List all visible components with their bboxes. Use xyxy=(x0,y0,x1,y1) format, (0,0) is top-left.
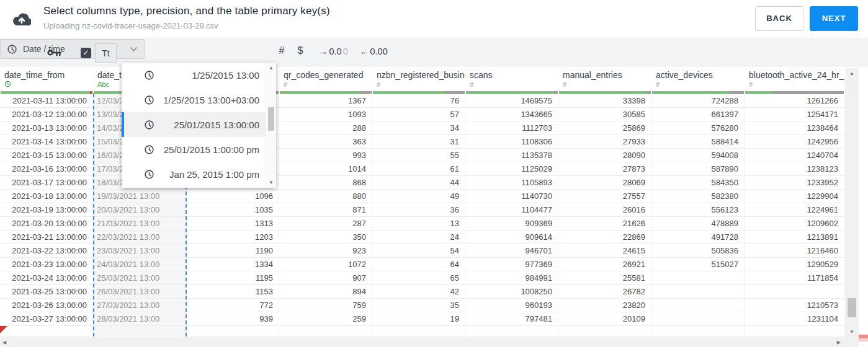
table-cell[interactable]: 1290529 xyxy=(745,258,844,271)
table-cell[interactable]: 939 xyxy=(186,312,279,326)
table-cell[interactable]: 1261266 xyxy=(745,94,844,108)
table-cell[interactable]: 26782 xyxy=(558,285,651,299)
table-cell[interactable]: 35 xyxy=(372,299,465,312)
table-cell[interactable]: 772 xyxy=(186,299,279,312)
table-cell[interactable]: 2021-03-21 13:00:00 xyxy=(0,231,93,244)
table-cell[interactable]: 2021-03-25 13:00:00 xyxy=(0,285,93,299)
table-cell[interactable]: 1035 xyxy=(186,203,279,217)
table-cell[interactable]: 1195 xyxy=(186,271,279,285)
column-header[interactable]: nzbn_registered_busine# xyxy=(372,67,465,94)
table-cell[interactable]: 1231104 xyxy=(745,312,844,326)
table-cell[interactable]: 1125029 xyxy=(465,162,558,176)
table-cell[interactable]: 2021-03-12 13:00:00 xyxy=(0,108,93,121)
table-cell[interactable]: 27873 xyxy=(558,162,651,176)
table-cell[interactable]: 26/03/2021 13:00 xyxy=(93,285,186,299)
table-cell[interactable]: 25581 xyxy=(558,271,651,285)
table-cell[interactable]: 984991 xyxy=(465,271,558,285)
table-cell[interactable]: 1112703 xyxy=(465,121,558,135)
table-cell[interactable]: 49 xyxy=(372,190,465,203)
column-header[interactable]: bluetooth_active_24_hr_# xyxy=(745,67,844,94)
table-cell[interactable]: 909614 xyxy=(465,231,558,244)
column-header[interactable]: date_time_from xyxy=(0,67,93,94)
table-cell[interactable]: 1072 xyxy=(279,258,372,271)
dropdown-item[interactable]: 1/25/2015 13:00 xyxy=(122,63,266,87)
table-cell[interactable]: 2021-03-14 13:00:00 xyxy=(0,135,93,149)
table-cell[interactable]: 759 xyxy=(279,299,372,312)
table-cell[interactable]: 363 xyxy=(279,135,372,149)
table-cell[interactable]: 76 xyxy=(372,94,465,108)
table-cell[interactable]: 1135378 xyxy=(465,149,558,162)
table-cell[interactable]: 2021-03-15 13:00:00 xyxy=(0,149,93,162)
table-cell[interactable]: 515027 xyxy=(651,258,745,271)
dropdown-scrollbar[interactable]: ▲ ▼ xyxy=(266,63,276,188)
table-cell[interactable]: 1093 xyxy=(279,108,372,121)
table-cell[interactable]: 1367 xyxy=(279,94,372,108)
table-cell[interactable]: 1343665 xyxy=(465,108,558,121)
table-cell[interactable]: 22/03/2021 13:00 xyxy=(93,231,186,244)
table-cell[interactable]: 1254171 xyxy=(745,108,844,121)
text-type-button[interactable]: Tt xyxy=(95,43,117,63)
table-cell[interactable]: 594008 xyxy=(651,149,745,162)
table-cell[interactable]: 2021-03-24 13:00:00 xyxy=(0,271,93,285)
table-cell[interactable]: 1224961 xyxy=(745,203,844,217)
table-cell[interactable]: 20109 xyxy=(558,312,651,326)
table-cell[interactable]: 1238464 xyxy=(745,121,844,135)
table-cell[interactable]: 1014 xyxy=(279,162,372,176)
table-cell[interactable]: 588414 xyxy=(651,135,745,149)
table-cell[interactable]: 1209602 xyxy=(745,217,844,231)
table-cell[interactable]: 2021-03-19 13:00:00 xyxy=(0,203,93,217)
table-cell[interactable]: 44 xyxy=(372,176,465,190)
table-cell[interactable]: 2021-03-23 13:00:00 xyxy=(0,258,93,271)
vertical-scrollbar[interactable]: ▲ ▼ xyxy=(845,68,859,337)
table-cell[interactable]: 1238123 xyxy=(745,162,844,176)
table-cell[interactable]: 977369 xyxy=(465,258,558,271)
table-cell[interactable] xyxy=(186,326,279,336)
table-cell[interactable]: 797481 xyxy=(465,312,558,326)
table-cell[interactable] xyxy=(465,326,558,336)
table-cell[interactable]: 868 xyxy=(279,176,372,190)
scroll-down-icon[interactable]: ▼ xyxy=(845,329,859,335)
table-cell[interactable]: 1216460 xyxy=(745,244,844,258)
increase-precision-button[interactable]: →0.00 xyxy=(319,46,348,56)
table-cell[interactable]: 350 xyxy=(279,231,372,244)
table-cell[interactable]: 33398 xyxy=(558,94,651,108)
dropdown-item[interactable]: 25/01/2015 13:00:00 xyxy=(122,112,266,137)
table-cell[interactable]: 28/03/2021 13:00 xyxy=(93,312,186,326)
table-cell[interactable] xyxy=(745,326,844,336)
table-cell[interactable]: 946701 xyxy=(465,244,558,258)
table-cell[interactable] xyxy=(745,285,844,299)
table-cell[interactable]: 724288 xyxy=(651,94,745,108)
table-cell[interactable]: 478889 xyxy=(651,217,745,231)
table-cell[interactable]: 1210573 xyxy=(745,299,844,312)
table-cell[interactable]: 36 xyxy=(372,203,465,217)
table-cell[interactable]: 1233952 xyxy=(745,176,844,190)
table-cell[interactable]: 993 xyxy=(279,149,372,162)
table-cell[interactable]: 1140730 xyxy=(465,190,558,203)
table-cell[interactable]: 23820 xyxy=(558,299,651,312)
table-cell[interactable]: 1334 xyxy=(186,258,279,271)
dropdown-scroll-thumb[interactable] xyxy=(268,107,274,131)
currency-type-button[interactable]: $ xyxy=(293,45,308,56)
table-cell[interactable]: 505836 xyxy=(651,244,745,258)
table-cell[interactable]: 1469575 xyxy=(465,94,558,108)
table-cell[interactable]: 1008250 xyxy=(465,285,558,299)
horizontal-scrollbar[interactable]: ◀ ▶ xyxy=(0,337,844,347)
table-cell[interactable]: 28090 xyxy=(558,149,651,162)
table-cell[interactable]: 55 xyxy=(372,149,465,162)
dropdown-item[interactable]: 1/25/2015 13:00+03:00 xyxy=(122,87,266,112)
column-header[interactable]: scans# xyxy=(465,67,558,94)
table-cell[interactable]: 2021-03-16 13:00:00 xyxy=(0,162,93,176)
table-cell[interactable] xyxy=(651,326,745,336)
scroll-right-icon[interactable]: ▶ xyxy=(837,340,841,345)
table-cell[interactable]: 24 xyxy=(372,231,465,244)
table-cell[interactable] xyxy=(558,326,651,336)
table-cell[interactable] xyxy=(651,271,745,285)
table-cell[interactable]: 20/03/2021 13:00 xyxy=(93,203,186,217)
table-cell[interactable]: 2021-03-11 13:00:00 xyxy=(0,94,93,108)
table-cell[interactable]: 894 xyxy=(279,285,372,299)
table-cell[interactable]: 2021-03-17 13:00:00 xyxy=(0,176,93,190)
type-format-select[interactable]: Date / time xyxy=(0,39,145,59)
table-cell[interactable]: 1108306 xyxy=(465,135,558,149)
table-cell[interactable]: 584350 xyxy=(651,176,745,190)
table-cell[interactable]: 1313 xyxy=(186,217,279,231)
